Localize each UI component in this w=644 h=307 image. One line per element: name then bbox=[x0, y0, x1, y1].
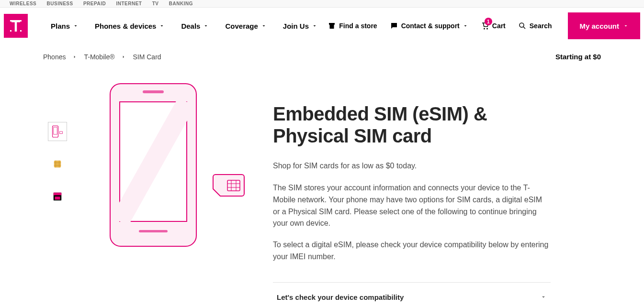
breadcrumb-sim-card: SIM Card bbox=[133, 53, 161, 61]
thumbnail-sim-package[interactable] bbox=[48, 187, 67, 206]
svg-rect-7 bbox=[53, 126, 58, 137]
svg-rect-10 bbox=[54, 161, 61, 167]
tmobile-logo[interactable] bbox=[4, 14, 28, 38]
cart-link[interactable]: 1 Cart bbox=[481, 22, 506, 30]
nav-left: Plans Phones & devices Deals Coverage Jo… bbox=[51, 22, 317, 30]
product-description-1: The SIM stores your account information … bbox=[273, 182, 551, 230]
find-store-link[interactable]: Find a store bbox=[328, 22, 377, 30]
product-description-2: To select a digital eSIM, please check y… bbox=[273, 239, 551, 263]
starting-at-price: Starting at $0 bbox=[555, 53, 601, 61]
top-bar-link[interactable]: BUSINESS bbox=[47, 1, 73, 6]
thumbnail-sim-chip[interactable] bbox=[48, 154, 67, 174]
svg-rect-8 bbox=[54, 127, 57, 134]
main-nav: Plans Phones & devices Deals Coverage Jo… bbox=[0, 8, 644, 44]
svg-rect-4 bbox=[10, 30, 11, 32]
product-title: Embedded SIM (eSIM) & Physical SIM card bbox=[273, 103, 551, 147]
thumbnail-list bbox=[43, 79, 72, 307]
search-link[interactable]: Search bbox=[518, 22, 552, 30]
nav-phones-devices[interactable]: Phones & devices bbox=[95, 22, 165, 30]
chevron-down-icon bbox=[312, 23, 317, 29]
chevron-right-icon bbox=[121, 55, 126, 59]
svg-point-6 bbox=[520, 23, 524, 27]
top-bar-link[interactable]: PREPAID bbox=[83, 1, 106, 6]
chevron-down-icon bbox=[623, 23, 629, 29]
svg-rect-16 bbox=[143, 90, 164, 93]
top-bar-link[interactable]: TV bbox=[152, 1, 159, 6]
thumbnail-phone-sim[interactable] bbox=[48, 122, 67, 141]
breadcrumb-phones[interactable]: Phones bbox=[43, 53, 66, 61]
svg-rect-13 bbox=[55, 197, 60, 199]
svg-rect-3 bbox=[15, 20, 17, 32]
breadcrumb-tmobile[interactable]: T-Mobile® bbox=[84, 53, 114, 61]
chevron-down-icon bbox=[261, 23, 267, 29]
cart-badge: 1 bbox=[485, 18, 492, 25]
my-account-button[interactable]: My account bbox=[568, 12, 640, 39]
chevron-right-icon bbox=[72, 55, 77, 59]
search-icon bbox=[518, 22, 527, 30]
nav-right: Find a store Contact & support 1 Cart Se… bbox=[328, 12, 640, 39]
svg-rect-12 bbox=[54, 193, 62, 196]
svg-rect-5 bbox=[20, 30, 22, 32]
nav-deals[interactable]: Deals bbox=[181, 22, 209, 30]
product-subtitle: Shop for SIM cards for as low as $0 toda… bbox=[273, 160, 551, 172]
breadcrumb: Phones T-Mobile® SIM Card bbox=[43, 53, 161, 61]
nav-coverage[interactable]: Coverage bbox=[225, 22, 266, 30]
top-bar-link[interactable]: INTERNET bbox=[116, 1, 142, 6]
top-bar-link[interactable]: BANKING bbox=[169, 1, 193, 6]
top-bar-link[interactable]: WIRELESS bbox=[10, 1, 36, 6]
svg-rect-17 bbox=[139, 230, 168, 232]
sub-header: Phones T-Mobile® SIM Card Starting at $0 bbox=[0, 44, 644, 69]
nav-join-us[interactable]: Join Us bbox=[283, 22, 317, 30]
nav-plans[interactable]: Plans bbox=[51, 22, 79, 30]
svg-rect-1 bbox=[20, 20, 22, 22]
store-icon bbox=[328, 22, 336, 30]
chevron-down-icon bbox=[73, 23, 79, 29]
svg-rect-0 bbox=[10, 20, 11, 22]
contact-support-link[interactable]: Contact & support bbox=[390, 22, 468, 30]
chevron-down-icon bbox=[540, 294, 547, 300]
compatibility-accordion[interactable]: Let's check your device compatibility bbox=[273, 282, 551, 307]
product-details: Embedded SIM (eSIM) & Physical SIM card … bbox=[273, 79, 551, 307]
chevron-down-icon bbox=[159, 23, 165, 29]
chat-icon bbox=[390, 22, 398, 30]
accordion-title: Let's check your device compatibility bbox=[277, 293, 404, 301]
chevron-down-icon bbox=[203, 23, 209, 29]
product-gallery bbox=[43, 79, 254, 307]
top-bar: WIRELESS BUSINESS PREPAID INTERNET TV BA… bbox=[0, 0, 644, 8]
chevron-down-icon bbox=[463, 23, 468, 29]
svg-rect-9 bbox=[60, 132, 63, 134]
product-main-image bbox=[81, 79, 254, 251]
product-section: Embedded SIM (eSIM) & Physical SIM card … bbox=[0, 69, 644, 307]
